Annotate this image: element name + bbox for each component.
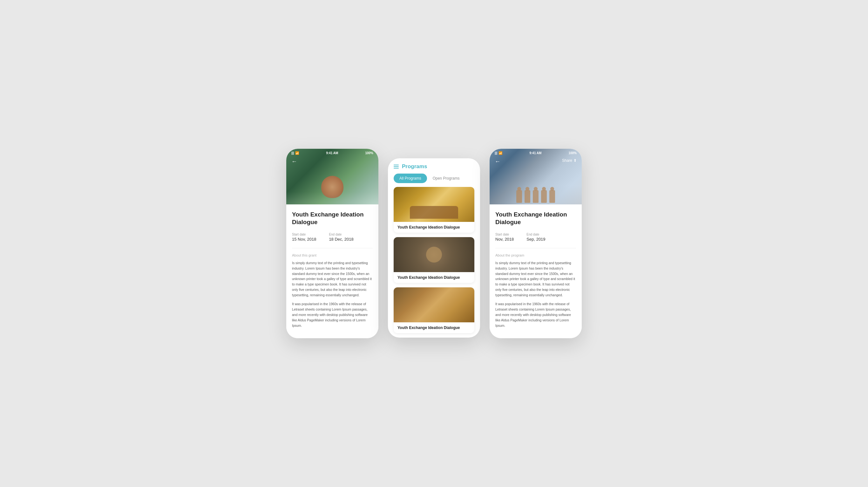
time-right: 9:41 AM [529, 151, 541, 155]
card-title-1: Youth Exchange Ideation Dialogue [394, 222, 474, 233]
grad-figure-1 [516, 190, 522, 203]
about-program-label: About the program [495, 253, 576, 257]
grad-figure-3 [533, 190, 538, 203]
end-date-value: 18 Dec, 2018 [329, 237, 353, 242]
tab-all-programs[interactable]: All Programs [394, 174, 427, 183]
grant-title-left: Youth Exchange Ideation Dialogue [292, 211, 373, 226]
phone-right: ||| 📶 9:41 AM 100% ← Share ⬆ Youth Excha… [490, 149, 582, 339]
signal-right: ||| 📶 [495, 151, 502, 155]
card-title-3: Youth Exchange Ideation Dialogue [394, 322, 474, 333]
program-card-2[interactable]: Youth Exchange Ideation Dialogue [394, 237, 474, 283]
end-date-value-right: Sep, 2019 [526, 237, 545, 242]
share-label: Share [562, 158, 572, 163]
start-date-col-right: Start date Nov, 2018 [495, 233, 514, 242]
grad-figure-5 [549, 190, 555, 203]
start-date-label: Start date [292, 233, 316, 236]
start-date-value: 15 Nov, 2018 [292, 237, 316, 242]
end-date-label-right: End date [526, 233, 545, 236]
divider-right [495, 248, 576, 248]
card-image-3 [394, 287, 474, 322]
start-date-col: Start date 15 Nov, 2018 [292, 233, 316, 242]
end-date-col-right: End date Sep, 2019 [526, 233, 545, 242]
divider-left [292, 248, 373, 248]
content-left: Youth Exchange Ideation Dialogue Start d… [286, 204, 378, 339]
signal-icon: ||| [291, 151, 294, 155]
phone-middle: Programs All Programs Open Programs Yout… [388, 158, 480, 338]
body-text-1-right: Is simply dummy text of the printing and… [495, 260, 576, 298]
end-date-label: End date [329, 233, 353, 236]
wifi-icon: 📶 [295, 151, 299, 155]
card-title-2: Youth Exchange Ideation Dialogue [394, 272, 474, 283]
card-image-2 [394, 237, 474, 272]
program-card-1[interactable]: Youth Exchange Ideation Dialogue [394, 187, 474, 233]
programs-header: Programs [388, 158, 480, 174]
cards-list: Youth Exchange Ideation Dialogue Youth E… [388, 187, 480, 338]
tab-open-programs[interactable]: Open Programs [427, 174, 465, 183]
graduation-figures [490, 190, 582, 204]
programs-title: Programs [402, 163, 427, 170]
back-button-right[interactable]: ← [495, 158, 500, 165]
body-text-2-left: It was popularised in the 1960s with the… [292, 301, 373, 328]
card-image-1 [394, 187, 474, 222]
share-button[interactable]: Share ⬆ [562, 158, 577, 163]
fists-image-2 [394, 287, 474, 322]
time-left: 9:41 AM [326, 151, 338, 155]
phone-left: ||| 📶 9:41 AM 100% ← Youth Exchange Idea… [286, 149, 378, 339]
fists-image-1 [394, 187, 474, 222]
start-date-label-right: Start date [495, 233, 514, 236]
share-icon: ⬆ [574, 158, 577, 163]
grad-figure-4 [541, 190, 547, 203]
battery-right: 100% [568, 151, 577, 155]
content-right: Youth Exchange Ideation Dialogue Start d… [490, 204, 582, 339]
about-grant-label: About this grant [292, 253, 373, 257]
body-text-2-right: It was popularised in the 1960s with the… [495, 301, 576, 328]
signal-left: ||| 📶 [291, 151, 299, 155]
network-image [394, 237, 474, 272]
battery-left: 100% [365, 151, 373, 155]
back-button-left[interactable]: ← [291, 158, 297, 165]
app-container: ||| 📶 9:41 AM 100% ← Youth Exchange Idea… [274, 136, 594, 351]
grad-figure-2 [525, 190, 530, 203]
status-bar-right: ||| 📶 9:41 AM 100% [490, 149, 582, 158]
start-date-value-right: Nov, 2018 [495, 237, 514, 242]
program-title-right: Youth Exchange Ideation Dialogue [495, 211, 576, 226]
wifi-icon-right: 📶 [498, 151, 502, 155]
dates-row-left: Start date 15 Nov, 2018 End date 18 Dec,… [292, 233, 373, 242]
body-text-1-left: Is simply dummy text of the printing and… [292, 260, 373, 298]
status-bar-left: ||| 📶 9:41 AM 100% [286, 149, 378, 158]
signal-icon-right: ||| [495, 151, 497, 155]
hamburger-menu-icon[interactable] [394, 165, 399, 169]
tab-row: All Programs Open Programs [388, 174, 480, 187]
end-date-col: End date 18 Dec, 2018 [329, 233, 353, 242]
dates-row-right: Start date Nov, 2018 End date Sep, 2019 [495, 233, 576, 242]
program-card-3[interactable]: Youth Exchange Ideation Dialogue [394, 287, 474, 333]
